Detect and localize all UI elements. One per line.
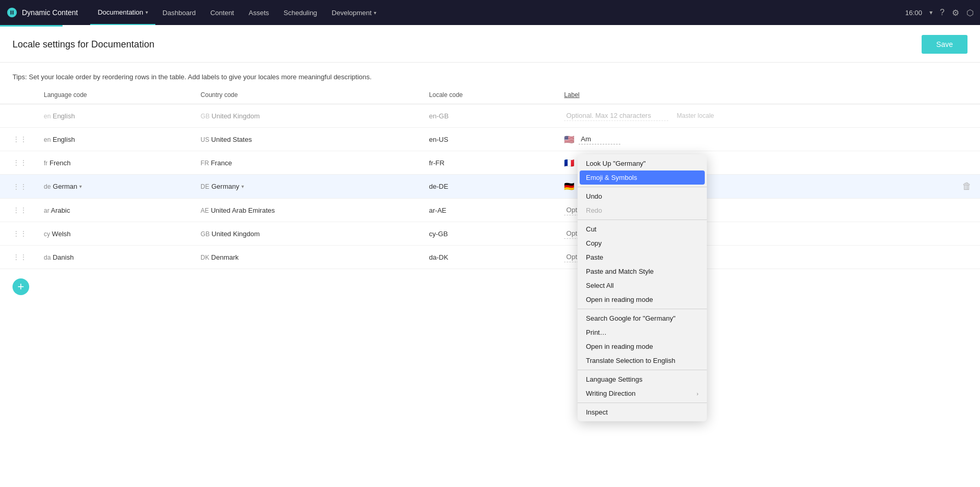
nav-time-chevron[interactable]: ▾ — [929, 9, 933, 16]
locale-code-value: fr-FR — [429, 159, 445, 167]
table-header-row: Language code Country code Locale code L… — [0, 86, 980, 104]
nav-documentation-label: Documentation — [97, 8, 143, 16]
table-row: ⋮⋮da DanishDK Denmarkda-DK — [0, 246, 980, 269]
drag-handle[interactable]: ⋮⋮ — [13, 182, 27, 191]
ctx-item-cut[interactable]: Cut — [578, 222, 707, 236]
page-title: Locale settings for Documentation — [13, 39, 154, 50]
drag-handle[interactable]: ⋮⋮ — [13, 135, 27, 143]
country-name: United Arab Emirates — [209, 206, 275, 214]
external-icon[interactable]: ⬡ — [966, 8, 974, 18]
ctx-label-cut: Cut — [586, 225, 596, 233]
tips-bar: Tips: Set your locale order by reorderin… — [0, 63, 980, 86]
nav-item-assets[interactable]: Assets — [241, 0, 276, 25]
drag-handle[interactable]: ⋮⋮ — [13, 206, 27, 214]
lang-code: en — [44, 136, 51, 143]
add-locale-button[interactable]: + — [13, 278, 29, 295]
ctx-item-look-up[interactable]: Look Up "Germany" — [578, 156, 707, 171]
ctx-item-paste-match[interactable]: Paste and Match Style — [578, 264, 707, 278]
col-actions — [954, 86, 980, 104]
nav-development-label: Development — [332, 9, 372, 17]
ctx-label-open-reading1: Open in reading mode — [586, 296, 653, 303]
tips-text: Tips: Set your locale order by reorderin… — [13, 73, 372, 81]
ctx-item-redo: Redo — [578, 203, 707, 217]
locale-code-value: ar-AE — [429, 206, 446, 214]
locale-code-value: en-US — [429, 136, 448, 143]
nav-dashboard-label: Dashboard — [163, 9, 196, 17]
nav-right: 16:00 ▾ ? ⚙ ⬡ — [905, 8, 974, 18]
col-label[interactable]: Label — [552, 86, 954, 104]
ctx-label-copy: Copy — [586, 239, 602, 247]
settings-icon[interactable]: ⚙ — [952, 8, 959, 18]
lang-code: de — [44, 183, 51, 190]
country-select-chevron[interactable]: ▾ — [241, 184, 244, 189]
col-locale-code: Locale code — [416, 86, 552, 104]
nav-item-content[interactable]: Content — [203, 0, 241, 25]
locale-code-value: de-DE — [429, 182, 448, 190]
country-name: France — [209, 159, 232, 167]
app-logo-icon — [6, 7, 18, 18]
lang-name: French — [47, 159, 70, 167]
label-input[interactable] — [564, 111, 668, 121]
lang-name: Danish — [51, 253, 74, 261]
lang-code: ar — [44, 207, 50, 214]
country-code: GB — [201, 230, 210, 238]
country-code: AE — [201, 207, 209, 214]
lang-name: English — [51, 136, 75, 143]
ctx-label-redo: Redo — [586, 206, 602, 214]
ctx-label-emoji-symbols: Emoji & Symbols — [586, 174, 637, 181]
country-name: Germany — [211, 182, 239, 190]
table-row: ⋮⋮fr FrenchFR Francefr-FR🇫🇷 — [0, 151, 980, 175]
ctx-item-copy[interactable]: Copy — [578, 236, 707, 250]
master-locale-badge: Master locale — [677, 112, 714, 119]
nav-item-scheduling[interactable]: Scheduling — [276, 0, 324, 25]
nav-item-development[interactable]: Development ▾ — [324, 0, 384, 25]
ctx-item-open-reading1[interactable]: Open in reading mode — [578, 293, 707, 305]
label-input[interactable] — [579, 134, 620, 144]
nav-scheduling-label: Scheduling — [284, 9, 317, 17]
col-language-code: Language code — [31, 86, 188, 104]
drag-handle[interactable]: ⋮⋮ — [13, 159, 27, 167]
table-row: ⋮⋮deGerman▾DE Germany▾de-DE 🇩🇪 🗑 — [0, 175, 980, 199]
delete-button[interactable]: 🗑 — [962, 181, 972, 191]
page-header: Locale settings for Documentation Save — [0, 27, 980, 63]
flag-icon: 🇩🇪 — [564, 181, 574, 191]
country-code: DE — [201, 183, 210, 190]
col-drag — [0, 86, 31, 104]
country-code: US — [201, 136, 210, 143]
ctx-item-select-all[interactable]: Select All — [578, 278, 707, 293]
ctx-label-paste: Paste — [586, 253, 603, 261]
locale-table-container: Language code Country code Locale code L… — [0, 86, 980, 269]
drag-handle[interactable]: ⋮⋮ — [13, 229, 27, 238]
context-menu-separator — [578, 220, 707, 220]
country-name: United Kingdom — [210, 112, 260, 120]
ctx-item-paste[interactable]: Paste — [578, 250, 707, 264]
nav-content-label: Content — [210, 9, 234, 17]
context-menu: Look Up "Germany"Emoji & SymbolsUndoRedo… — [578, 154, 707, 305]
lang-name: German — [53, 182, 77, 190]
lang-select-chevron[interactable]: ▾ — [79, 184, 82, 189]
flag-icon: 🇫🇷 — [564, 158, 574, 168]
table-row: ⋮⋮en EnglishUS United Statesen-US🇺🇸 — [0, 128, 980, 151]
help-icon[interactable]: ? — [940, 8, 945, 17]
nav-documentation-chevron: ▾ — [145, 9, 148, 15]
country-code: FR — [201, 160, 209, 167]
drag-handle[interactable]: ⋮⋮ — [13, 253, 27, 261]
country-code: DK — [201, 254, 210, 261]
flag-icon: 🇺🇸 — [564, 135, 574, 144]
ctx-item-emoji-symbols[interactable]: Emoji & Symbols — [580, 171, 705, 185]
locale-code-value: cy-GB — [429, 230, 448, 238]
lang-name: Arabic — [50, 206, 70, 214]
ctx-label-undo: Undo — [586, 192, 602, 200]
country-name: United Kingdom — [210, 230, 260, 238]
ctx-label-select-all: Select All — [586, 282, 614, 289]
nav-logo — [6, 7, 18, 18]
nav-item-documentation[interactable]: Documentation ▾ — [90, 0, 155, 25]
nav-item-dashboard[interactable]: Dashboard — [155, 0, 203, 25]
nav-development-chevron: ▾ — [374, 10, 376, 16]
ctx-item-undo[interactable]: Undo — [578, 189, 707, 203]
country-name: Denmark — [209, 253, 238, 261]
context-menu-separator — [578, 187, 707, 187]
save-button[interactable]: Save — [922, 35, 967, 54]
table-row: ⋮⋮ar ArabicAE United Arab Emiratesar-AE — [0, 199, 980, 222]
ctx-label-paste-match: Paste and Match Style — [586, 267, 654, 275]
